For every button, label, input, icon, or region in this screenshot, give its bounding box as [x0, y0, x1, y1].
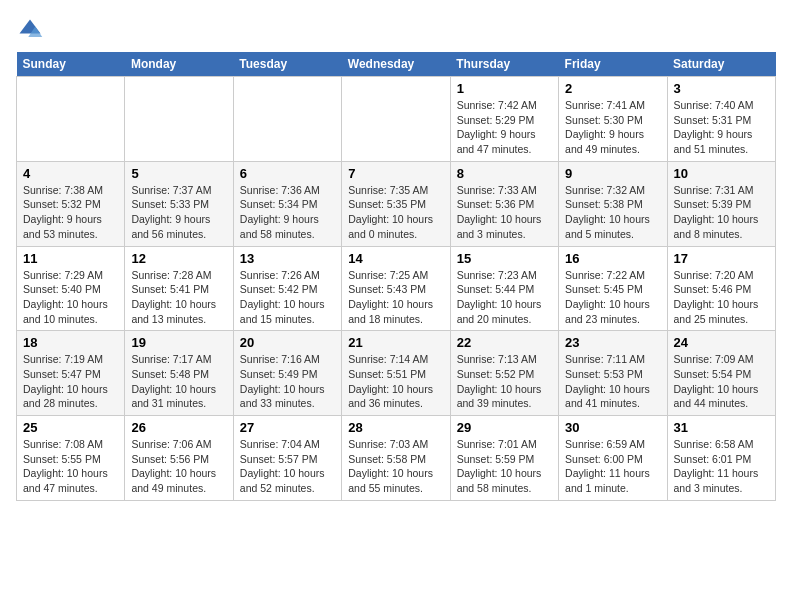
- day-number: 26: [131, 420, 226, 435]
- day-number: 12: [131, 251, 226, 266]
- weekday-header-row: SundayMondayTuesdayWednesdayThursdayFrid…: [17, 52, 776, 77]
- logo-icon: [16, 16, 44, 44]
- day-info: Sunrise: 7:01 AM Sunset: 5:59 PM Dayligh…: [457, 437, 552, 496]
- calendar-cell: 19Sunrise: 7:17 AM Sunset: 5:48 PM Dayli…: [125, 331, 233, 416]
- weekday-header-saturday: Saturday: [667, 52, 775, 77]
- page-header: [16, 16, 776, 44]
- day-info: Sunrise: 7:11 AM Sunset: 5:53 PM Dayligh…: [565, 352, 660, 411]
- day-info: Sunrise: 7:29 AM Sunset: 5:40 PM Dayligh…: [23, 268, 118, 327]
- day-number: 2: [565, 81, 660, 96]
- calendar-cell: 10Sunrise: 7:31 AM Sunset: 5:39 PM Dayli…: [667, 161, 775, 246]
- day-info: Sunrise: 7:41 AM Sunset: 5:30 PM Dayligh…: [565, 98, 660, 157]
- calendar-cell: 7Sunrise: 7:35 AM Sunset: 5:35 PM Daylig…: [342, 161, 450, 246]
- day-number: 21: [348, 335, 443, 350]
- calendar-cell: 26Sunrise: 7:06 AM Sunset: 5:56 PM Dayli…: [125, 416, 233, 501]
- day-number: 7: [348, 166, 443, 181]
- day-info: Sunrise: 7:33 AM Sunset: 5:36 PM Dayligh…: [457, 183, 552, 242]
- day-info: Sunrise: 7:26 AM Sunset: 5:42 PM Dayligh…: [240, 268, 335, 327]
- calendar-week-row: 4Sunrise: 7:38 AM Sunset: 5:32 PM Daylig…: [17, 161, 776, 246]
- calendar-cell: 23Sunrise: 7:11 AM Sunset: 5:53 PM Dayli…: [559, 331, 667, 416]
- day-number: 8: [457, 166, 552, 181]
- day-number: 15: [457, 251, 552, 266]
- calendar-cell: [342, 77, 450, 162]
- calendar-cell: 3Sunrise: 7:40 AM Sunset: 5:31 PM Daylig…: [667, 77, 775, 162]
- day-info: Sunrise: 7:36 AM Sunset: 5:34 PM Dayligh…: [240, 183, 335, 242]
- day-number: 28: [348, 420, 443, 435]
- calendar-cell: 17Sunrise: 7:20 AM Sunset: 5:46 PM Dayli…: [667, 246, 775, 331]
- day-info: Sunrise: 7:17 AM Sunset: 5:48 PM Dayligh…: [131, 352, 226, 411]
- day-info: Sunrise: 7:08 AM Sunset: 5:55 PM Dayligh…: [23, 437, 118, 496]
- day-number: 6: [240, 166, 335, 181]
- day-number: 20: [240, 335, 335, 350]
- day-number: 23: [565, 335, 660, 350]
- day-info: Sunrise: 7:42 AM Sunset: 5:29 PM Dayligh…: [457, 98, 552, 157]
- calendar-cell: [233, 77, 341, 162]
- calendar-table: SundayMondayTuesdayWednesdayThursdayFrid…: [16, 52, 776, 501]
- day-number: 19: [131, 335, 226, 350]
- calendar-week-row: 25Sunrise: 7:08 AM Sunset: 5:55 PM Dayli…: [17, 416, 776, 501]
- day-info: Sunrise: 7:28 AM Sunset: 5:41 PM Dayligh…: [131, 268, 226, 327]
- calendar-cell: 29Sunrise: 7:01 AM Sunset: 5:59 PM Dayli…: [450, 416, 558, 501]
- day-number: 9: [565, 166, 660, 181]
- day-number: 10: [674, 166, 769, 181]
- day-info: Sunrise: 6:58 AM Sunset: 6:01 PM Dayligh…: [674, 437, 769, 496]
- calendar-cell: 21Sunrise: 7:14 AM Sunset: 5:51 PM Dayli…: [342, 331, 450, 416]
- weekday-header-sunday: Sunday: [17, 52, 125, 77]
- day-info: Sunrise: 7:06 AM Sunset: 5:56 PM Dayligh…: [131, 437, 226, 496]
- day-number: 18: [23, 335, 118, 350]
- day-number: 27: [240, 420, 335, 435]
- weekday-header-thursday: Thursday: [450, 52, 558, 77]
- day-number: 29: [457, 420, 552, 435]
- calendar-cell: 13Sunrise: 7:26 AM Sunset: 5:42 PM Dayli…: [233, 246, 341, 331]
- calendar-cell: 31Sunrise: 6:58 AM Sunset: 6:01 PM Dayli…: [667, 416, 775, 501]
- calendar-cell: 27Sunrise: 7:04 AM Sunset: 5:57 PM Dayli…: [233, 416, 341, 501]
- calendar-cell: 15Sunrise: 7:23 AM Sunset: 5:44 PM Dayli…: [450, 246, 558, 331]
- calendar-cell: 14Sunrise: 7:25 AM Sunset: 5:43 PM Dayli…: [342, 246, 450, 331]
- weekday-header-wednesday: Wednesday: [342, 52, 450, 77]
- day-number: 31: [674, 420, 769, 435]
- day-number: 17: [674, 251, 769, 266]
- calendar-cell: 28Sunrise: 7:03 AM Sunset: 5:58 PM Dayli…: [342, 416, 450, 501]
- calendar-cell: 24Sunrise: 7:09 AM Sunset: 5:54 PM Dayli…: [667, 331, 775, 416]
- day-number: 25: [23, 420, 118, 435]
- calendar-cell: 5Sunrise: 7:37 AM Sunset: 5:33 PM Daylig…: [125, 161, 233, 246]
- calendar-cell: 30Sunrise: 6:59 AM Sunset: 6:00 PM Dayli…: [559, 416, 667, 501]
- calendar-cell: [125, 77, 233, 162]
- calendar-cell: 25Sunrise: 7:08 AM Sunset: 5:55 PM Dayli…: [17, 416, 125, 501]
- calendar-cell: [17, 77, 125, 162]
- day-info: Sunrise: 6:59 AM Sunset: 6:00 PM Dayligh…: [565, 437, 660, 496]
- day-number: 3: [674, 81, 769, 96]
- day-number: 4: [23, 166, 118, 181]
- calendar-cell: 16Sunrise: 7:22 AM Sunset: 5:45 PM Dayli…: [559, 246, 667, 331]
- day-info: Sunrise: 7:09 AM Sunset: 5:54 PM Dayligh…: [674, 352, 769, 411]
- day-info: Sunrise: 7:19 AM Sunset: 5:47 PM Dayligh…: [23, 352, 118, 411]
- calendar-cell: 20Sunrise: 7:16 AM Sunset: 5:49 PM Dayli…: [233, 331, 341, 416]
- day-info: Sunrise: 7:20 AM Sunset: 5:46 PM Dayligh…: [674, 268, 769, 327]
- day-info: Sunrise: 7:32 AM Sunset: 5:38 PM Dayligh…: [565, 183, 660, 242]
- day-info: Sunrise: 7:38 AM Sunset: 5:32 PM Dayligh…: [23, 183, 118, 242]
- calendar-cell: 11Sunrise: 7:29 AM Sunset: 5:40 PM Dayli…: [17, 246, 125, 331]
- day-info: Sunrise: 7:22 AM Sunset: 5:45 PM Dayligh…: [565, 268, 660, 327]
- weekday-header-tuesday: Tuesday: [233, 52, 341, 77]
- day-info: Sunrise: 7:35 AM Sunset: 5:35 PM Dayligh…: [348, 183, 443, 242]
- day-number: 11: [23, 251, 118, 266]
- calendar-cell: 2Sunrise: 7:41 AM Sunset: 5:30 PM Daylig…: [559, 77, 667, 162]
- day-info: Sunrise: 7:14 AM Sunset: 5:51 PM Dayligh…: [348, 352, 443, 411]
- day-info: Sunrise: 7:23 AM Sunset: 5:44 PM Dayligh…: [457, 268, 552, 327]
- calendar-cell: 6Sunrise: 7:36 AM Sunset: 5:34 PM Daylig…: [233, 161, 341, 246]
- day-number: 24: [674, 335, 769, 350]
- calendar-cell: 9Sunrise: 7:32 AM Sunset: 5:38 PM Daylig…: [559, 161, 667, 246]
- calendar-week-row: 1Sunrise: 7:42 AM Sunset: 5:29 PM Daylig…: [17, 77, 776, 162]
- day-number: 30: [565, 420, 660, 435]
- day-info: Sunrise: 7:31 AM Sunset: 5:39 PM Dayligh…: [674, 183, 769, 242]
- day-info: Sunrise: 7:25 AM Sunset: 5:43 PM Dayligh…: [348, 268, 443, 327]
- weekday-header-monday: Monday: [125, 52, 233, 77]
- calendar-cell: 12Sunrise: 7:28 AM Sunset: 5:41 PM Dayli…: [125, 246, 233, 331]
- day-info: Sunrise: 7:37 AM Sunset: 5:33 PM Dayligh…: [131, 183, 226, 242]
- day-number: 13: [240, 251, 335, 266]
- calendar-cell: 22Sunrise: 7:13 AM Sunset: 5:52 PM Dayli…: [450, 331, 558, 416]
- calendar-cell: 8Sunrise: 7:33 AM Sunset: 5:36 PM Daylig…: [450, 161, 558, 246]
- day-number: 5: [131, 166, 226, 181]
- day-number: 22: [457, 335, 552, 350]
- day-number: 14: [348, 251, 443, 266]
